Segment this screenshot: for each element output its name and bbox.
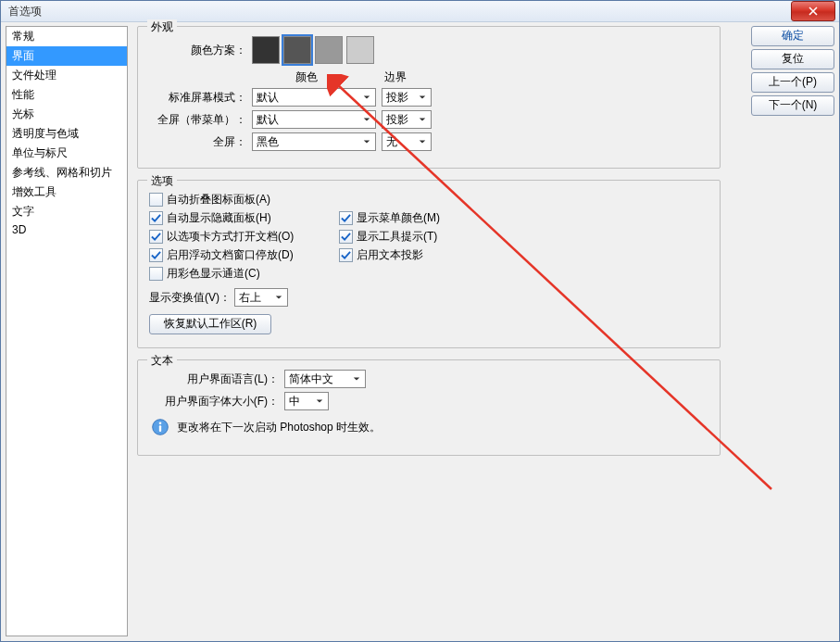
full-border-select[interactable]: 无 xyxy=(382,132,432,151)
sidebar-item-label: 文字 xyxy=(12,205,34,218)
screen-mode-row-full: 全屏： 黑色 无 xyxy=(149,132,708,151)
chevron-down-icon xyxy=(360,135,373,148)
appearance-group: 外观 颜色方案： 颜色 边界 xyxy=(137,26,721,169)
cb-tabbed-docs: 以选项卡方式打开文档(O) xyxy=(149,227,316,245)
sidebar-item-performance[interactable]: 性能 xyxy=(6,85,127,105)
ui-language-label: 用户界面语言(L)： xyxy=(149,371,284,387)
row-label: 全屏（带菜单）： xyxy=(149,112,252,128)
column-headers: 颜色 边界 xyxy=(149,69,708,85)
sidebar-item-label: 3D xyxy=(12,223,26,236)
sidebar-item-label: 常规 xyxy=(12,30,34,43)
transform-values-row: 显示变换值(V)： 右上 xyxy=(149,288,708,307)
checkbox[interactable] xyxy=(149,193,163,207)
content-area: 常规 界面 文件处理 性能 光标 透明度与色域 单位与标尺 参考线、网格和切片 … xyxy=(6,26,834,636)
options-legend: 选项 xyxy=(147,173,177,189)
cb-floating-dock: 启用浮动文档窗口停放(D) xyxy=(149,245,316,264)
ui-font-size-label: 用户界面字体大小(F)： xyxy=(149,394,284,409)
checkbox[interactable] xyxy=(149,267,163,281)
category-sidebar: 常规 界面 文件处理 性能 光标 透明度与色域 单位与标尺 参考线、网格和切片 … xyxy=(6,26,128,636)
swatch-darkest[interactable] xyxy=(252,36,280,64)
screen-mode-row-fullmenus: 全屏（带菜单）： 默认 投影 xyxy=(149,110,708,129)
border-column-header: 边界 xyxy=(372,69,419,85)
fullmenu-color-select[interactable]: 默认 xyxy=(252,110,376,129)
checkbox-label: 自动折叠图标面板(A) xyxy=(167,192,270,208)
swatch-dark[interactable] xyxy=(283,36,311,64)
sidebar-item-interface[interactable]: 界面 xyxy=(6,46,127,66)
main-pane: 确定 复位 上一个(P) 下一个(N) 外观 颜色方案： xyxy=(137,26,834,636)
dialog-buttons: 确定 复位 上一个(P) 下一个(N) xyxy=(751,26,834,116)
restore-workspaces-button[interactable]: 恢复默认工作区(R) xyxy=(149,314,271,334)
cb-tool-tips: 显示工具提示(T) xyxy=(339,227,440,245)
restart-notice-text: 更改将在下一次启动 Photoshop 时生效。 xyxy=(177,420,381,435)
chevron-down-icon xyxy=(350,372,363,385)
chevron-down-icon xyxy=(272,291,285,304)
color-scheme-label: 颜色方案： xyxy=(149,43,252,58)
settings-column: 外观 颜色方案： 颜色 边界 xyxy=(137,26,721,467)
info-icon xyxy=(149,416,171,438)
sidebar-item-type[interactable]: 文字 xyxy=(6,202,127,221)
sidebar-item-cursors[interactable]: 光标 xyxy=(6,105,127,124)
color-column-header: 颜色 xyxy=(246,69,367,85)
checkbox[interactable] xyxy=(149,230,163,244)
appearance-legend: 外观 xyxy=(147,19,177,35)
close-icon xyxy=(809,6,818,16)
checkbox[interactable] xyxy=(339,248,353,262)
prev-button[interactable]: 上一个(P) xyxy=(751,72,834,93)
swatch-light[interactable] xyxy=(315,36,343,64)
sidebar-item-label: 文件处理 xyxy=(12,69,56,82)
standard-border-select[interactable]: 投影 xyxy=(382,88,432,107)
checkbox[interactable] xyxy=(339,230,353,244)
sidebar-item-units[interactable]: 单位与标尺 xyxy=(6,144,127,163)
chevron-down-icon xyxy=(360,113,373,126)
row-label: 标准屏幕模式： xyxy=(149,90,252,106)
transform-values-label: 显示变换值(V)： xyxy=(149,290,231,306)
sidebar-item-guides[interactable]: 参考线、网格和切片 xyxy=(6,163,127,183)
swatch-lightest[interactable] xyxy=(346,36,374,64)
sidebar-item-label: 透明度与色域 xyxy=(12,127,79,140)
checkbox-label: 自动显示隐藏面板(H) xyxy=(167,210,271,226)
checkbox[interactable] xyxy=(149,211,163,225)
fullmenu-border-select[interactable]: 投影 xyxy=(382,110,432,129)
chevron-down-icon xyxy=(360,91,373,104)
sidebar-item-3d[interactable]: 3D xyxy=(6,221,127,238)
svg-point-1 xyxy=(159,422,162,425)
next-button[interactable]: 下一个(N) xyxy=(751,95,834,116)
transform-values-select[interactable]: 右上 xyxy=(234,288,288,307)
checkbox-label: 以选项卡方式打开文档(O) xyxy=(167,229,294,245)
color-scheme-row: 颜色方案： xyxy=(149,36,708,64)
text-legend: 文本 xyxy=(147,353,177,369)
text-group: 文本 用户界面语言(L)： 简体中文 用户界面字体大小(F)： 中 xyxy=(137,359,721,456)
cb-color-channels: 用彩色显示通道(C) xyxy=(149,264,316,283)
svg-rect-2 xyxy=(159,425,161,432)
checkbox-label: 显示菜单颜色(M) xyxy=(357,210,440,226)
sidebar-item-label: 性能 xyxy=(12,88,34,101)
cb-text-dropshadow: 启用文本投影 xyxy=(339,245,440,264)
ui-language-select[interactable]: 简体中文 xyxy=(284,370,366,388)
preferences-window: 首选项 常规 界面 文件处理 性能 光标 透明度与色域 单位与标尺 参考线、网格… xyxy=(0,0,840,642)
standard-color-select[interactable]: 默认 xyxy=(252,88,376,107)
sidebar-item-transparency[interactable]: 透明度与色域 xyxy=(6,124,127,144)
sidebar-item-label: 参考线、网格和切片 xyxy=(12,166,112,179)
sidebar-item-plugins[interactable]: 增效工具 xyxy=(6,183,127,202)
color-scheme-swatches xyxy=(252,36,374,64)
ui-font-size-select[interactable]: 中 xyxy=(284,392,329,410)
chevron-down-icon xyxy=(416,135,429,148)
sidebar-item-general[interactable]: 常规 xyxy=(6,27,127,46)
sidebar-item-label: 单位与标尺 xyxy=(12,146,68,159)
chevron-down-icon xyxy=(313,395,326,408)
ok-button[interactable]: 确定 xyxy=(751,26,834,46)
sidebar-item-label: 界面 xyxy=(12,49,34,62)
close-button[interactable] xyxy=(791,1,835,21)
ui-font-size-row: 用户界面字体大小(F)： 中 xyxy=(149,392,708,410)
chevron-down-icon xyxy=(416,91,429,104)
cb-auto-show: 自动显示隐藏面板(H) xyxy=(149,208,316,227)
sidebar-item-file-handling[interactable]: 文件处理 xyxy=(6,66,127,85)
full-color-select[interactable]: 黑色 xyxy=(252,132,376,151)
reset-button[interactable]: 复位 xyxy=(751,49,834,69)
checkbox[interactable] xyxy=(339,211,353,225)
checkbox[interactable] xyxy=(149,248,163,262)
chevron-down-icon xyxy=(416,113,429,126)
cb-menu-colors: 显示菜单颜色(M) xyxy=(339,208,440,227)
cb-auto-collapse: 自动折叠图标面板(A) xyxy=(149,190,316,208)
sidebar-item-label: 光标 xyxy=(12,107,34,120)
